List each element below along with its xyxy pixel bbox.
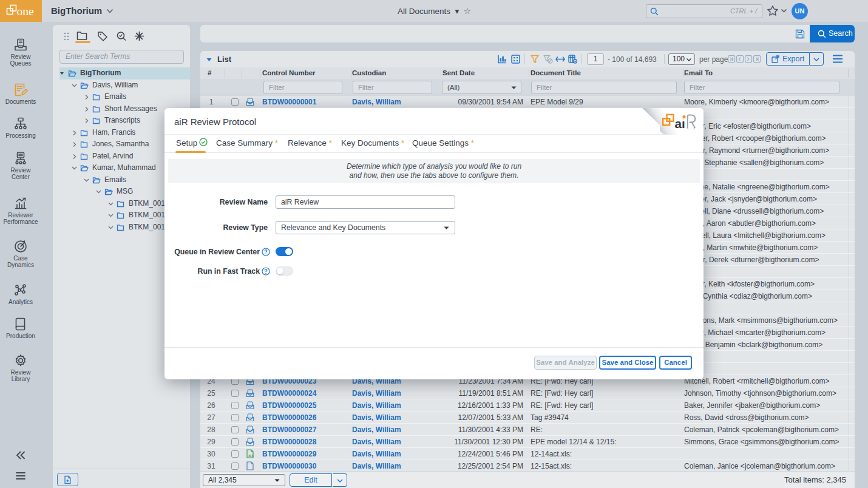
svg-text:one: one	[17, 5, 34, 18]
svg-text:XLS: XLS	[248, 455, 254, 458]
